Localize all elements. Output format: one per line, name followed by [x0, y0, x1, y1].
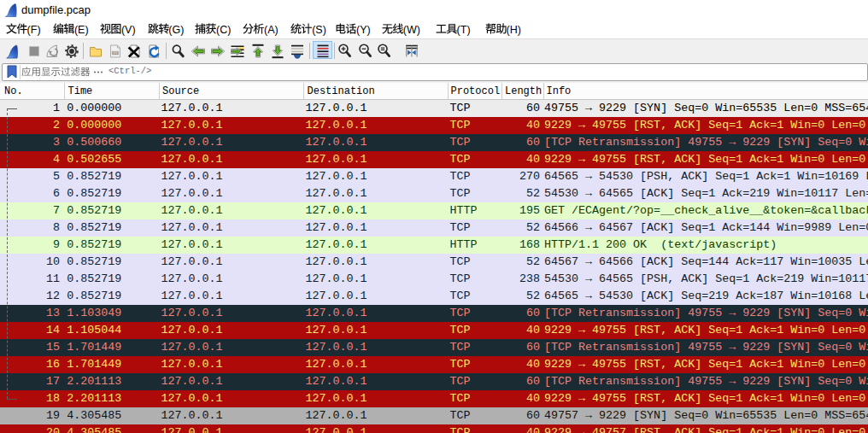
- svg-text:010: 010: [111, 50, 119, 55]
